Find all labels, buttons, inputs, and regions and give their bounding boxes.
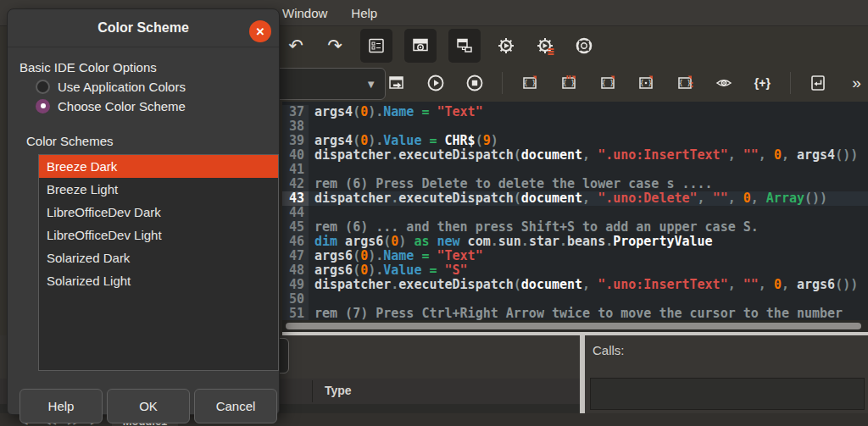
code-line-51: 51rem (7) Press Ctrl+Right Arrow twice t…: [282, 307, 868, 320]
undo-icon: ↶: [288, 36, 303, 54]
line-number: 40: [282, 148, 309, 163]
radio-option-use-application-colors[interactable]: Use Application Colors: [36, 77, 186, 96]
line-number: 46: [282, 235, 309, 249]
line-number: 48: [282, 263, 309, 278]
code-text: rem (7) Press Ctrl+Right Arrow twice to …: [309, 307, 843, 320]
svg-text:{ }: { }: [679, 80, 691, 87]
code-text: rem (6) Press Delete to delete the lower…: [309, 177, 713, 191]
compile-icon: [387, 74, 406, 92]
step-over-button[interactable]: { }: [519, 69, 542, 97]
scheme-option-libreofficedev-dark[interactable]: LibreOfficeDev Dark: [39, 201, 278, 224]
line-number: 50: [282, 292, 309, 307]
close-icon[interactable]: ✕: [249, 20, 271, 42]
column-divider: [312, 380, 313, 402]
line-number: 38: [282, 119, 309, 134]
line-number: 43: [282, 191, 309, 206]
step-over-icon: { }: [520, 74, 539, 92]
watched-expressions-icon: [411, 36, 430, 55]
step-into-icon: { }: [559, 74, 578, 92]
code-line-43: 43dispatcher.executeDispatch(document, "…: [282, 191, 868, 206]
stop-button[interactable]: [463, 69, 486, 97]
code-line-48: 48args6(0).Value = "S": [282, 263, 868, 278]
scheme-option-breeze-dark[interactable]: Breeze Dark: [39, 155, 278, 178]
watched-expressions-button[interactable]: [404, 29, 437, 63]
more-commands-icon: »: [852, 74, 861, 92]
toolbar-macro: { } { } { } { } { } {+} »: [386, 65, 868, 101]
macro-organizer-button[interactable]: [531, 31, 559, 60]
code-text: [309, 119, 314, 134]
line-number: 47: [282, 249, 309, 263]
line-number: 37: [282, 105, 309, 119]
code-text: args6(0).Name = "Text": [309, 249, 483, 263]
macro-organizer-icon: [536, 36, 554, 55]
code-line-40: 40dispatcher.executeDispatch(document, "…: [282, 148, 868, 163]
code-line-47: 47args6(0).Name = "Text": [282, 249, 868, 263]
scheme-option-solarized-dark[interactable]: Solarized Dark: [39, 246, 278, 269]
scheme-option-libreofficedev-light[interactable]: LibreOfficeDev Light: [39, 224, 278, 246]
calls-panel: Calls:: [585, 335, 868, 413]
code-text: args4(0).Value = CHR$(9): [309, 134, 498, 148]
more-commands-button[interactable]: »: [845, 69, 868, 97]
compile-button[interactable]: [386, 69, 409, 97]
scheme-option-solarized-light[interactable]: Solarized Light: [39, 269, 278, 292]
code-line-42: 42rem (6) Press Delete to delete the low…: [282, 177, 868, 191]
goto-line-icon: [809, 74, 827, 92]
radio-selected-icon[interactable]: [36, 99, 50, 113]
dialog-title: Color Scheme: [8, 9, 279, 47]
line-number: 44: [282, 206, 309, 220]
undo-button[interactable]: ↶: [282, 31, 309, 60]
redo-icon: ↷: [327, 36, 342, 54]
redo-button[interactable]: ↷: [321, 31, 348, 60]
run-button[interactable]: [425, 69, 448, 97]
cancel-button[interactable]: Cancel: [194, 389, 277, 423]
ok-button[interactable]: OK: [107, 389, 190, 423]
run-icon: [426, 74, 445, 92]
radio-unselected-icon[interactable]: [36, 80, 50, 94]
line-number: 39: [282, 134, 309, 148]
menu-help[interactable]: Help: [351, 6, 377, 20]
add-watch-button[interactable]: {+}: [751, 69, 774, 97]
basic-macros-icon: [497, 36, 515, 55]
type-column-header[interactable]: Type: [325, 384, 352, 397]
horizontal-scrollbar[interactable]: [282, 320, 868, 332]
toolbar-separator: [502, 72, 503, 94]
line-number: 45: [282, 220, 309, 235]
radio-label: Use Application Colors: [58, 80, 186, 94]
calls-list[interactable]: [590, 378, 865, 410]
options-section-label: Basic IDE Color Options: [19, 60, 157, 75]
code-text: args4(0).Name = "Text": [309, 105, 483, 119]
code-line-50: 50: [282, 292, 868, 307]
goto-line-button[interactable]: [807, 69, 830, 97]
help-lifebuoy-button[interactable]: [570, 31, 598, 60]
scheme-listbox[interactable]: Breeze DarkBreeze LightLibreOfficeDev Da…: [38, 154, 279, 371]
menu-window[interactable]: Window: [282, 6, 327, 20]
manage-breakpoints-button[interactable]: { }: [674, 69, 697, 97]
radio-option-choose-color-scheme[interactable]: Choose Color Scheme: [36, 97, 186, 115]
help-button[interactable]: Help: [19, 389, 103, 423]
toolbar-separator: [790, 72, 791, 94]
scrollbar-thumb[interactable]: [286, 323, 861, 329]
svg-text:{ }: { }: [601, 80, 613, 87]
enable-watch-button[interactable]: [712, 69, 735, 97]
svg-text:{ }: { }: [524, 80, 536, 87]
code-text: dim args6(0) as new com.sun.star.beans.P…: [309, 235, 713, 249]
basic-macros-button[interactable]: [492, 31, 520, 60]
step-out-button[interactable]: { }: [596, 69, 619, 97]
code-line-38: 38: [282, 119, 868, 134]
code-text: dispatcher.executeDispatch(document, ".u…: [309, 148, 858, 163]
svg-text:{ }: { }: [563, 80, 575, 87]
step-into-button[interactable]: { }: [558, 69, 581, 97]
breakpoint-button[interactable]: { }: [635, 69, 658, 97]
breakpoint-icon: { }: [637, 74, 655, 92]
code-line-37: 37args4(0).Name = "Text": [282, 105, 868, 119]
code-line-44: 44: [282, 206, 868, 220]
code-line-39: 39args4(0).Value = CHR$(9): [282, 134, 868, 148]
radio-label: Choose Color Scheme: [58, 99, 186, 113]
code-editor[interactable]: 37args4(0).Name = "Text"3839args4(0).Val…: [282, 102, 868, 320]
object-catalog-button[interactable]: [360, 29, 392, 63]
code-line-45: 45rem (6) ... and then press Shift+S to …: [282, 220, 868, 235]
stacked-windows-button[interactable]: [448, 29, 481, 63]
manage-breakpoints-icon: { }: [676, 74, 694, 92]
color-scheme-dialog: Color Scheme ✕ Basic IDE Color Options U…: [7, 8, 280, 415]
scheme-option-breeze-light[interactable]: Breeze Light: [39, 178, 278, 201]
